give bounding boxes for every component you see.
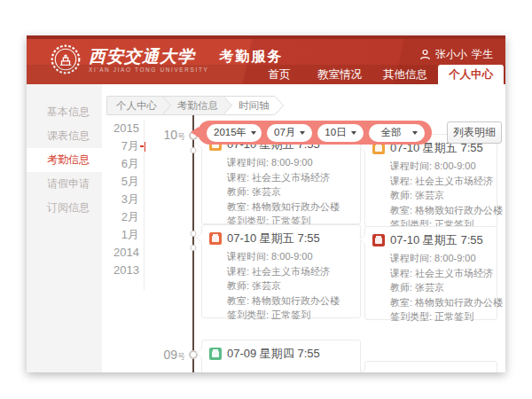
sidebar-item-timetable[interactable]: 课表信息 — [27, 124, 102, 148]
timeline-nav-may[interactable]: 5月 — [102, 173, 139, 191]
user-name: 张小小 — [435, 47, 467, 62]
attendance-status-icon — [372, 234, 385, 246]
university-name-cn: 西安交通大学 — [89, 47, 208, 65]
breadcrumb-attendance[interactable]: 考勤信息 — [162, 96, 223, 115]
timeline-nav-july-label: 7月 — [121, 139, 139, 153]
month-dropdown[interactable]: 07月 — [267, 124, 312, 142]
timeline-nav-2014[interactable]: 2014 — [102, 244, 139, 262]
nav-tab-classrooms[interactable]: 教室情况 — [307, 65, 372, 84]
card-field: 课程: 社会主义市场经济 — [365, 266, 497, 281]
vertical-divider — [144, 120, 145, 290]
timeline-nav-june[interactable]: 6月 — [102, 155, 139, 173]
attendance-card[interactable]: 07-10 星期五 7:55 课程时间: 8:00-9:00 课程: 社会主义市… — [201, 224, 361, 318]
year-dropdown[interactable]: 2015年 — [207, 124, 262, 142]
scope-dropdown[interactable]: 全部 — [369, 124, 425, 142]
header-top-strip — [27, 35, 505, 39]
caret-down-icon — [251, 131, 256, 135]
card-field: 教室: 格物致知行政办公楼 — [202, 293, 360, 309]
card-field: 课程时间: 8:00-9:00 — [202, 249, 360, 264]
timeline-nav-february[interactable]: 2月 — [102, 208, 139, 226]
card-header-text: 07-10 星期五 7:55 — [227, 231, 320, 246]
card-field: 课程时间: 8:00-9:00 — [365, 159, 497, 174]
card-header: 07-10 星期五 7:55 — [365, 227, 497, 251]
timeline-nav-july[interactable]: 7月 — [102, 137, 139, 155]
month-dropdown-value: 07月 — [274, 126, 295, 139]
timeline-filter-bar: 2015年 07月 10日 全部 — [198, 121, 432, 145]
card-header: 07-09 星期四 7:55 — [202, 340, 360, 364]
attendance-card[interactable]: 07-10 星期五 7:55 课程时间: 8:00-9:00 课程: 社会主义市… — [364, 226, 497, 320]
day-number: 10 — [163, 128, 177, 142]
attendance-card[interactable]: 07-10 星期五 7:55 课程时间: 8:00-9:00 课程: 社会主义市… — [364, 134, 497, 228]
day-dropdown-value: 10日 — [325, 126, 346, 139]
card-field: 课程: 社会主义市场经济 — [202, 264, 360, 279]
scope-dropdown-value: 全部 — [381, 126, 402, 139]
card-field: 教师: 张芸京 — [365, 188, 497, 203]
breadcrumb-personal-center[interactable]: 个人中心 — [106, 96, 162, 115]
user-icon — [419, 49, 431, 60]
nav-tab-other-info[interactable]: 其他信息 — [372, 65, 438, 84]
card-field: 课程: 社会主义市场经济 — [202, 170, 360, 185]
card-field: 教师: 张芸京 — [365, 280, 497, 295]
card-field: 签到类型: 正常签到 — [202, 308, 360, 323]
card-field: 教室: 格物致知行政办公楼 — [365, 203, 497, 218]
card-field: 签到类型: 正常签到 — [365, 309, 497, 325]
timeline-day-label-10: 10号 — [148, 127, 185, 143]
timeline-node — [191, 245, 197, 251]
day-number: 09 — [163, 348, 177, 362]
card-field: 教师: 张芸京 — [202, 184, 360, 200]
sidebar-item-attendance[interactable]: 考勤信息 — [27, 148, 102, 172]
main-content: 个人中心 考勤信息 时间轴 2015 7月 6月 5月 3月 2月 1月 201… — [102, 84, 505, 372]
timeline-day-label-09: 09号 — [148, 347, 185, 363]
user-role: 学生 — [472, 47, 493, 62]
caret-down-icon — [300, 131, 305, 135]
list-detail-button[interactable]: 列表明细 — [447, 121, 502, 144]
nav-tab-personal-center[interactable]: 个人中心 — [438, 65, 504, 84]
sidebar-item-basic-info[interactable]: 基本信息 — [27, 100, 102, 124]
caret-down-icon — [412, 131, 418, 135]
app-body: 基本信息 课表信息 考勤信息 请假申请 订阅信息 个人中心 考勤信息 时间轴 2… — [27, 84, 505, 372]
sidebar-item-leave-request[interactable]: 请假申请 — [27, 172, 102, 196]
card-field: 课程时间: 8:00-9:00 — [202, 155, 360, 170]
caret-down-icon — [351, 131, 356, 135]
card-header: 07-10 星期五 7:55 — [202, 225, 360, 249]
card-field: 课程时间: 8:00-9:00 — [365, 251, 497, 266]
card-field: 课程: 社会主义市场经济 — [365, 174, 497, 189]
timeline-nav-2013[interactable]: 2013 — [102, 262, 139, 279]
app-title: 考勤服务 — [219, 48, 283, 66]
main-nav: 首页 教室情况 其他信息 个人中心 — [27, 65, 505, 84]
attendance-status-icon — [209, 232, 222, 245]
app-window: 西安交通大学 XI'AN JIAO TONG UNIVERSITY 考勤服务 张… — [27, 35, 505, 372]
nav-tab-home[interactable]: 首页 — [252, 65, 307, 84]
day-suffix: 号 — [177, 352, 185, 361]
screenshot-stage: 西安交通大学 XI'AN JIAO TONG UNIVERSITY 考勤服务 张… — [0, 0, 532, 399]
breadcrumb: 个人中心 考勤信息 时间轴 — [106, 96, 275, 115]
user-menu[interactable]: 张小小 学生 — [419, 47, 493, 62]
attendance-card-partial[interactable] — [364, 361, 497, 372]
timeline-nav-2015[interactable]: 2015 — [102, 120, 139, 137]
card-header-text: 07-10 星期五 7:55 — [390, 232, 483, 248]
card-field: 教室: 格物致知行政办公楼 — [202, 200, 360, 215]
card-field: 教师: 张芸京 — [202, 278, 360, 293]
day-dropdown[interactable]: 10日 — [317, 124, 363, 142]
attendance-card[interactable]: 07-09 星期四 7:55 — [201, 340, 361, 372]
year-dropdown-value: 2015年 — [214, 126, 246, 139]
card-field: 教室: 格物致知行政办公楼 — [365, 295, 497, 310]
app-header: 西安交通大学 XI'AN JIAO TONG UNIVERSITY 考勤服务 张… — [27, 35, 505, 84]
timeline-year-month-nav: 2015 7月 6月 5月 3月 2月 1月 2014 2013 — [102, 120, 139, 279]
day-suffix: 号 — [177, 132, 185, 141]
sidebar: 基本信息 课表信息 考勤信息 请假申请 订阅信息 — [27, 84, 102, 372]
sidebar-item-subscription[interactable]: 订阅信息 — [27, 196, 102, 220]
attendance-status-icon — [209, 348, 222, 360]
card-header-text: 07-09 星期四 7:55 — [227, 346, 320, 362]
timeline-nav-january[interactable]: 1月 — [102, 226, 139, 244]
timeline-nav-march[interactable]: 3月 — [102, 191, 139, 208]
